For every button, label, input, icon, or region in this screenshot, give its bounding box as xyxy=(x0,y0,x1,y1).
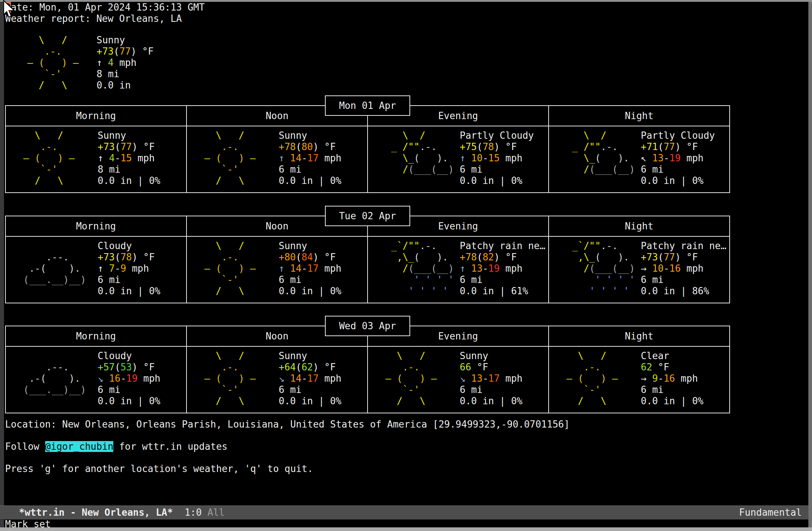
follow-line: Follow @igor_chubin for wttr.in updates xyxy=(5,441,228,452)
time-of-day-header-night: Night xyxy=(548,326,729,346)
weather-details: Sunny +78(80) °F ↑ 14-17 mph 6 mi 0.0 in… xyxy=(279,130,341,186)
follow-prefix: Follow xyxy=(5,441,45,452)
keyboard-hint-line: Press 'g' for another location's weather… xyxy=(5,463,313,475)
weather-ascii-icon-patchy_rain: _`/"".-. ,\_( ). /(___(__) ' ' ' ' ' ' '… xyxy=(566,240,635,297)
time-of-day-header-morning: Morning xyxy=(6,106,186,126)
date-box-tue: Tue 02 Apr xyxy=(325,206,410,226)
time-of-day-header-morning: Morning xyxy=(6,326,186,346)
weather-details: Clear 62 °F → 9-16 mph 6 mi 0.0 in | 0% xyxy=(641,350,703,407)
table-body-row: \ / .-. – ( ) – `-' / \Sunny +73(77) °F … xyxy=(6,126,729,192)
emacs-modeline[interactable]: *wttr.in - New Orleans, LA* 1:0 All Fund… xyxy=(0,506,808,520)
forecast-cell-tue-evening: _`/"".-. ,\_( ). /(___(__) ' ' ' ' ' ' '… xyxy=(367,237,548,303)
weather-details: Partly Cloudy +75(78) °F ↑ 10-15 mph 6 m… xyxy=(460,130,534,186)
weather-ascii-icon-sunny: \ / .-. – ( ) – `-' / \ xyxy=(204,130,256,186)
weather-details: Sunny +80(84) °F ↑ 14-17 mph 6 mi 0.0 in… xyxy=(279,240,341,297)
location-line: Location: New Orleans, Orleans Parish, L… xyxy=(5,419,570,430)
weather-ascii-icon-sunny: \ / .-. – ( ) – `-' / \ xyxy=(385,350,437,407)
current-weather-ascii-icon: \ / .-. – ( ) – `-' / \ xyxy=(27,35,79,91)
forecast-table-wed: Wed 03 AprMorningNoonEveningNight .--. .… xyxy=(5,326,730,413)
date-box-mon: Mon 01 Apr xyxy=(325,95,410,116)
current-weather-details: Sunny +73(77) °F ↑ 4 mph 8 mi 0.0 in xyxy=(97,35,154,91)
forecast-cell-tue-night: _`/"".-. ,\_( ). /(___(__) ' ' ' ' ' ' '… xyxy=(548,237,729,303)
weather-ascii-icon-sunny: \ / .-. – ( ) – `-' / \ xyxy=(204,240,256,297)
weather-details: Patchy rain ne… +78(82) °F ↑ 13-19 mph 6… xyxy=(460,240,545,297)
weather-details: Partly Cloudy +71(77) °F ↖ 13-19 mph 6 m… xyxy=(641,130,715,186)
weather-ascii-icon-partly_cloudy: \ / _ /"".-. \_( ). /(___(__) xyxy=(566,130,635,175)
cursor-position: 1:0 xyxy=(185,507,202,518)
weather-ascii-icon-sunny: \ / .-. – ( ) – `-' / \ xyxy=(204,350,256,407)
forecast-cell-wed-noon: \ / .-. – ( ) – `-' / \Sunny +64(62) °F … xyxy=(186,347,367,413)
weather-ascii-icon-cloudy: .--. .-( ). (___.__)__) xyxy=(23,240,86,286)
time-of-day-header-night: Night xyxy=(548,216,729,236)
window-left-edge xyxy=(0,2,4,527)
weather-ascii-icon-partly_cloudy: \ / _ /"".-. \_( ). /(___(__) xyxy=(385,130,454,175)
window-bottom-edge xyxy=(0,527,812,531)
forecast-cell-mon-morning: \ / .-. – ( ) – `-' / \Sunny +73(77) °F … xyxy=(6,126,186,192)
forecast-cell-wed-morning: .--. .-( ). (___.__)__) Cloudy +57(53) °… xyxy=(6,347,186,413)
time-of-day-header-night: Night xyxy=(548,106,729,126)
weather-details: Sunny +73(77) °F ↑ 4-15 mph 8 mi 0.0 in … xyxy=(98,130,160,186)
table-body-row: .--. .-( ). (___.__)__) Cloudy +73(78) °… xyxy=(6,237,729,303)
forecast-cell-wed-night: \ / .-. – ( ) – `-' / \Clear 62 °F → 9-1… xyxy=(548,347,729,413)
weather-details: Cloudy +73(78) °F ↑ 7-9 mph 6 mi 0.0 in … xyxy=(98,240,160,297)
mouse-pointer-icon xyxy=(2,0,18,18)
forecast-cell-wed-evening: \ / .-. – ( ) – `-' / \Sunny 66 °F ↘ 13-… xyxy=(367,347,548,413)
weather-details: Cloudy +57(53) °F ↘ 16-19 mph 6 mi 0.0 i… xyxy=(98,350,160,407)
table-body-row: .--. .-( ). (___.__)__) Cloudy +57(53) °… xyxy=(6,347,729,413)
scroll-indicator: All xyxy=(208,507,225,518)
weather-ascii-icon-sunny: \ / .-. – ( ) – `-' / \ xyxy=(566,350,618,407)
emacs-window: Date: Mon, 01 Apr 2024 15:36:13 GMT Weat… xyxy=(0,0,812,531)
forecast-cell-mon-evening: \ / _ /"".-. \_( ). /(___(__) Partly Clo… xyxy=(367,126,548,192)
forecast-cell-mon-night: \ / _ /"".-. \_( ). /(___(__) Partly Clo… xyxy=(548,126,729,192)
forecast-cell-mon-noon: \ / .-. – ( ) – `-' / \Sunny +78(80) °F … xyxy=(186,126,367,192)
weather-ascii-icon-sunny: \ / .-. – ( ) – `-' / \ xyxy=(23,130,75,186)
weather-details: Sunny +64(62) °F ↘ 14-17 mph 6 mi 0.0 in… xyxy=(279,350,341,407)
weather-details: Patchy rain ne… +73(77) °F → 10-16 mph 6… xyxy=(641,240,726,297)
twitter-handle-link[interactable]: @igor_chubin xyxy=(45,441,114,452)
echo-area-message: Mark set xyxy=(5,519,51,530)
weather-details: Sunny 66 °F ↘ 13-17 mph 6 mi 0.0 in | 0% xyxy=(460,350,522,407)
forecast-cell-tue-morning: .--. .-( ). (___.__)__) Cloudy +73(78) °… xyxy=(6,237,186,303)
weather-ascii-icon-cloudy: .--. .-( ). (___.__)__) xyxy=(23,350,86,396)
forecast-table-tue: Tue 02 AprMorningNoonEveningNight .--. .… xyxy=(5,216,730,303)
weather-ascii-icon-patchy_rain: _`/"".-. ,\_( ). /(___(__) ' ' ' ' ' ' '… xyxy=(385,240,454,297)
date-box-wed: Wed 03 Apr xyxy=(325,316,410,336)
forecast-table-mon: Mon 01 AprMorningNoonEveningNight \ / .-… xyxy=(5,105,730,193)
window-right-scrollbar[interactable] xyxy=(808,2,812,527)
report-header: Date: Mon, 01 Apr 2024 15:36:13 GMT Weat… xyxy=(5,2,205,24)
buffer-name: *wttr.in - New Orleans, LA* xyxy=(19,507,173,518)
major-mode-label[interactable]: Fundamental xyxy=(739,507,802,518)
time-of-day-header-morning: Morning xyxy=(6,216,186,236)
forecast-cell-tue-noon: \ / .-. – ( ) – `-' / \Sunny +80(84) °F … xyxy=(186,237,367,303)
follow-suffix: for wttr.in updates xyxy=(113,441,227,452)
